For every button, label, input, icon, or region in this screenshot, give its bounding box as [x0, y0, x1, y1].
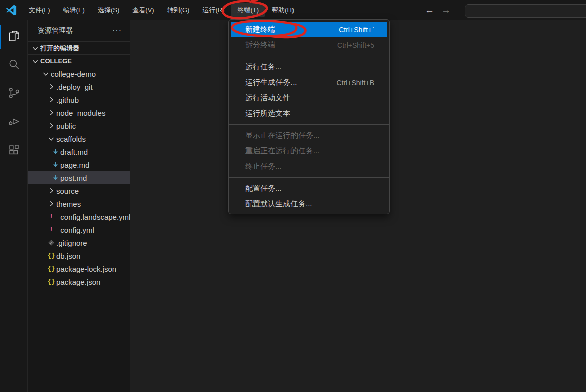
tree-item-label: scaffolds: [56, 135, 86, 143]
chevron-down-icon: [41, 70, 51, 78]
indent-guide: [48, 169, 48, 208]
tree-item-scaffolds[interactable]: scaffolds: [28, 132, 130, 145]
menu-item-label: 运行生成任务...: [245, 78, 337, 87]
menu-item-configure-task[interactable]: 配置任务...: [231, 181, 387, 196]
tree-item-_config.yml[interactable]: !_config.yml: [28, 223, 130, 236]
git-file-icon: [46, 239, 56, 247]
menubar-item-go[interactable]: 转到(G): [161, 3, 196, 17]
menu-item-shortcut: Ctrl+Shift+5: [337, 41, 374, 49]
menubar: 文件(F)编辑(E)选择(S)查看(V)转到(G)运行(R)终端(T)帮助(H): [22, 0, 301, 20]
back-arrow-icon[interactable]: ←: [425, 5, 434, 16]
menu-item-run-active-file[interactable]: 运行活动文件: [231, 90, 387, 106]
chevron-right-icon: [46, 109, 56, 117]
tree-item-label: package.json: [56, 278, 100, 286]
tree-item-post.md[interactable]: post.md: [28, 171, 130, 184]
json-file-icon: {}: [46, 278, 56, 286]
tree-item-_config.landscape.yml[interactable]: !_config.landscape.yml: [28, 210, 130, 223]
tree-item-package-lock.json[interactable]: {}package-lock.json: [28, 262, 130, 275]
tree-item-public[interactable]: public: [28, 119, 130, 132]
tree-item-page.md[interactable]: page.md: [28, 158, 130, 171]
tree-item-node_modules[interactable]: node_modules: [28, 106, 130, 119]
menubar-item-edit[interactable]: 编辑(E): [57, 3, 91, 17]
tree-item-db.json[interactable]: {}db.json: [28, 249, 130, 262]
menu-item-shortcut: Ctrl+Shift+`: [339, 26, 374, 34]
section-label: COLLEGE: [40, 57, 72, 65]
menubar-item-terminal[interactable]: 终端(T): [231, 3, 265, 17]
activitybar-item-extensions[interactable]: [0, 137, 27, 165]
tree-item-college-demo[interactable]: college-demo: [28, 67, 130, 80]
activitybar-item-explorer[interactable]: [0, 23, 27, 51]
chevron-right-icon: [46, 122, 56, 130]
tree-item-label: .gitignore: [56, 239, 87, 247]
activitybar-item-source-control[interactable]: [0, 80, 27, 108]
markdown-file-icon: [50, 161, 60, 169]
extensions-icon: [7, 143, 21, 159]
tree-item-label: _config.landscape.yml: [56, 213, 130, 221]
nav-arrows: ← →: [425, 0, 451, 20]
tree-item-label: db.json: [56, 252, 80, 260]
tree-item-.gitignore[interactable]: .gitignore: [28, 236, 130, 249]
files-icon: [7, 29, 21, 45]
forward-arrow-icon[interactable]: →: [441, 5, 451, 16]
menu-item-restart-running-task: 重启正在运行的任务...: [231, 143, 387, 159]
menu-item-label: 新建终端: [245, 25, 339, 34]
explorer-sidebar: 资源管理器 ··· 打开的编辑器COLLEGEcollege-demo.depl…: [28, 20, 130, 392]
source-control-icon: [7, 86, 21, 102]
menu-item-label: 配置默认生成任务...: [245, 199, 374, 209]
tree-item-label: _config.yml: [56, 226, 94, 234]
search-icon: [7, 58, 21, 73]
menu-item-show-running-tasks: 显示正在运行的任务...: [231, 128, 387, 143]
vscode-logo-icon: [0, 5, 22, 16]
menu-separator: [229, 56, 389, 56]
menu-item-shortcut: Ctrl+Shift+B: [337, 79, 374, 87]
section-header-open-editors[interactable]: 打开的编辑器: [28, 41, 130, 54]
tree-item-label: college-demo: [51, 70, 96, 78]
tree-item-label: source: [56, 187, 79, 195]
menubar-item-view[interactable]: 查看(V): [126, 3, 160, 17]
tree-item-.github[interactable]: .github: [28, 93, 130, 106]
tree-item-source[interactable]: source: [28, 184, 130, 197]
command-center-search[interactable]: [465, 4, 586, 18]
tree-item-.deploy_git[interactable]: .deploy_git: [28, 80, 130, 93]
yaml-file-icon: !: [46, 213, 56, 221]
tree-item-package.json[interactable]: {}package.json: [28, 275, 130, 288]
more-actions-icon[interactable]: ···: [110, 26, 124, 35]
menu-item-label: 重启正在运行的任务...: [245, 146, 374, 156]
menubar-item-file[interactable]: 文件(F): [22, 3, 57, 17]
tree-item-label: draft.md: [60, 148, 88, 156]
json-file-icon: {}: [46, 252, 56, 260]
tree-item-label: public: [56, 122, 76, 130]
tree-item-label: .github: [56, 96, 79, 104]
menu-item-run-selected-text[interactable]: 运行所选文本: [231, 106, 387, 121]
menu-item-label: 终止任务...: [245, 162, 374, 171]
markdown-file-icon: [50, 148, 60, 156]
menu-item-label: 运行任务...: [245, 62, 374, 72]
menu-separator: [229, 124, 389, 125]
explorer-title: 资源管理器: [38, 26, 73, 35]
menu-item-label: 显示正在运行的任务...: [245, 131, 374, 140]
menu-item-run-task[interactable]: 运行任务...: [231, 59, 387, 75]
tree-item-label: themes: [56, 200, 81, 208]
menu-item-configure-default-build[interactable]: 配置默认生成任务...: [231, 196, 387, 212]
section-header-workspace[interactable]: COLLEGE: [28, 54, 130, 67]
menu-item-new-terminal[interactable]: 新建终端Ctrl+Shift+`: [231, 22, 387, 37]
menu-item-run-build-task[interactable]: 运行生成任务...Ctrl+Shift+B: [231, 75, 387, 90]
json-file-icon: {}: [46, 265, 56, 273]
tree-item-draft.md[interactable]: draft.md: [28, 145, 130, 158]
menubar-item-selection[interactable]: 选择(S): [91, 3, 126, 17]
activitybar-item-search[interactable]: [0, 51, 27, 80]
tree-item-themes[interactable]: themes: [28, 197, 130, 210]
indent-guide: [39, 104, 39, 311]
titlebar: 文件(F)编辑(E)选择(S)查看(V)转到(G)运行(R)终端(T)帮助(H)…: [0, 0, 586, 20]
tree-item-label: package-lock.json: [56, 265, 116, 273]
yaml-file-icon: !: [46, 226, 56, 234]
tree-item-label: page.md: [60, 161, 89, 169]
menu-item-label: 拆分终端: [245, 40, 337, 50]
section-label: 打开的编辑器: [40, 44, 79, 53]
activitybar-item-run-debug[interactable]: [0, 108, 27, 137]
menubar-item-run[interactable]: 运行(R): [196, 3, 231, 17]
menubar-item-help[interactable]: 帮助(H): [265, 3, 301, 17]
debug-icon: [7, 115, 21, 130]
menu-item-label: 运行所选文本: [245, 109, 374, 118]
chevron-down-icon: [46, 135, 56, 143]
